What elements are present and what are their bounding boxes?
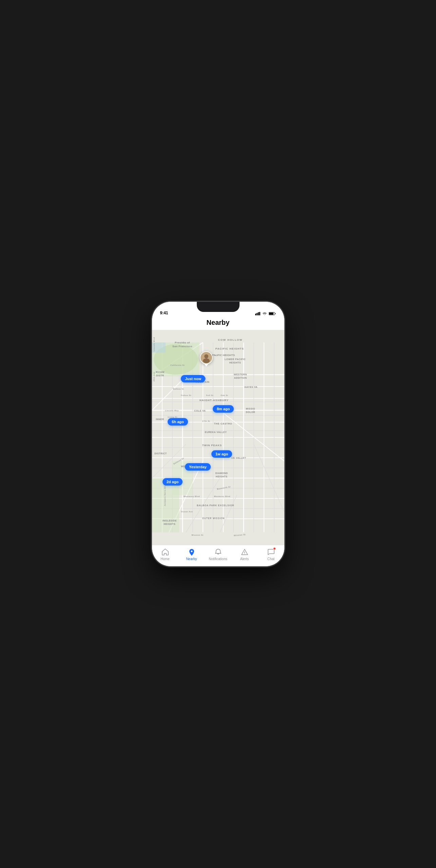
alerts-icon	[241, 548, 249, 556]
status-icons	[255, 312, 276, 315]
svg-point-53	[191, 551, 192, 552]
time-badge-8m[interactable]: 8m ago	[213, 405, 234, 413]
avatar-circle	[200, 351, 213, 364]
header: Nearby	[152, 317, 284, 330]
phone-screen: 9:41	[152, 302, 284, 566]
svg-rect-1	[257, 313, 258, 315]
nav-label-home: Home	[160, 557, 170, 561]
home-icon	[161, 548, 169, 556]
notch	[197, 302, 240, 312]
nav-item-nearby[interactable]: Nearby	[182, 548, 202, 561]
time-badge-yesterday[interactable]: Yesterday	[185, 463, 211, 471]
wifi-icon	[262, 312, 267, 315]
battery-icon	[269, 312, 276, 315]
status-time: 9:41	[160, 311, 168, 315]
nav-item-alerts[interactable]: Alerts	[234, 548, 255, 561]
nav-item-notifications[interactable]: Notifications	[208, 548, 228, 561]
nav-item-home[interactable]: Home	[155, 548, 175, 561]
user-avatar-pin[interactable]	[200, 351, 213, 367]
time-badge-1w[interactable]: 1w ago	[211, 450, 232, 458]
svg-point-55	[244, 554, 245, 554]
chat-notification-dot	[273, 547, 276, 550]
bottom-nav: Home Nearby	[152, 545, 284, 566]
avatar-image	[201, 352, 212, 363]
svg-rect-5	[269, 313, 273, 315]
signal-icon	[255, 312, 261, 315]
svg-point-50	[204, 354, 208, 358]
nav-label-alerts: Alerts	[240, 557, 249, 561]
phone-frame: 9:41	[152, 302, 284, 566]
svg-rect-2	[258, 312, 259, 315]
page-title: Nearby	[207, 319, 230, 326]
notifications-icon	[214, 548, 222, 556]
time-badge-2d[interactable]: 2d ago	[163, 478, 183, 486]
svg-rect-3	[259, 312, 260, 315]
time-badge-just-now[interactable]: Just now	[181, 375, 205, 382]
svg-point-51	[203, 358, 210, 363]
nav-label-nearby: Nearby	[186, 557, 197, 561]
nav-item-chat[interactable]: Chat	[261, 548, 281, 561]
nearby-icon	[188, 548, 196, 556]
chat-icon	[267, 548, 275, 556]
map-background	[152, 330, 284, 545]
nav-label-notifications: Notifications	[209, 557, 227, 561]
avatar-pin-tail	[204, 364, 208, 367]
svg-rect-0	[255, 314, 256, 315]
nav-label-chat: Chat	[267, 557, 274, 561]
time-badge-6h[interactable]: 6h ago	[168, 418, 188, 426]
map-container[interactable]: COW HOLLOW PACIFIC HEIGHTS Presidio ofSa…	[152, 330, 284, 545]
svg-rect-48	[152, 342, 166, 353]
